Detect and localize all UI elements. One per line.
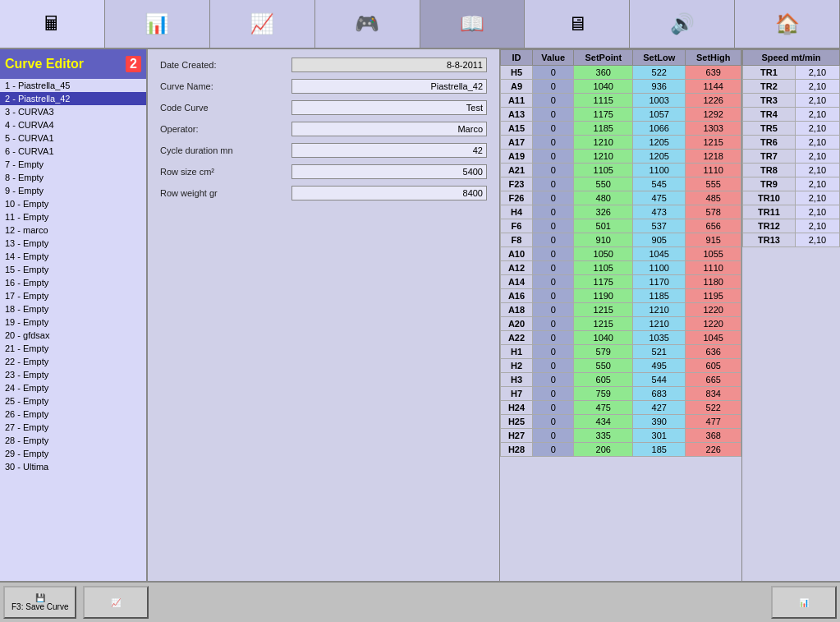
speed-row[interactable]: TR1 2,10	[743, 66, 840, 80]
table-row[interactable]: A12 0 1105 1100 1110	[501, 261, 741, 275]
cell-value[interactable]: 0	[533, 415, 574, 429]
cell-value[interactable]: 0	[533, 150, 574, 164]
table-row[interactable]: A22 0 1040 1035 1045	[501, 331, 741, 345]
table-row[interactable]: A10 0 1050 1045 1055	[501, 247, 741, 261]
cell-sethigh[interactable]: 522	[686, 401, 741, 415]
cell-sethigh[interactable]: 226	[686, 443, 741, 457]
speed-row[interactable]: TR13 2,10	[743, 233, 840, 247]
cell-speed[interactable]: 2,10	[795, 136, 839, 150]
cell-sethigh[interactable]: 485	[686, 191, 741, 205]
cell-value[interactable]: 0	[533, 66, 574, 80]
cell-value[interactable]: 0	[533, 303, 574, 317]
speed-row[interactable]: TR7 2,10	[743, 150, 840, 164]
sidebar-item-26[interactable]: 26 - Empty	[0, 408, 146, 421]
sidebar-item-25[interactable]: 25 - Empty	[0, 394, 146, 408]
table-row[interactable]: H25 0 434 390 477	[501, 415, 741, 429]
cell-value[interactable]: 0	[533, 331, 574, 345]
table-row[interactable]: H1 0 579 521 636	[501, 345, 741, 359]
cell-sethigh[interactable]: 665	[686, 373, 741, 387]
cell-value[interactable]: 0	[533, 177, 574, 191]
speed-row[interactable]: TR4 2,10	[743, 108, 840, 122]
table-row[interactable]: F26 0 480 475 485	[501, 191, 741, 205]
table-row[interactable]: H3 0 605 544 665	[501, 373, 741, 387]
cell-setlow[interactable]: 1205	[633, 136, 686, 150]
cell-sethigh[interactable]: 1110	[686, 261, 741, 275]
table-row[interactable]: F8 0 910 905 915	[501, 233, 741, 247]
cell-setlow[interactable]: 1003	[633, 94, 686, 108]
cell-sethigh[interactable]: 578	[686, 205, 741, 219]
cell-value[interactable]: 0	[533, 108, 574, 122]
cell-sethigh[interactable]: 1303	[686, 122, 741, 136]
cell-setlow[interactable]: 1100	[633, 261, 686, 275]
sidebar-item-30[interactable]: 30 - Ultima	[0, 460, 146, 473]
table-row[interactable]: A20 0 1215 1210 1220	[501, 317, 741, 331]
cell-sethigh[interactable]: 368	[686, 429, 741, 443]
right-button[interactable]: 📊	[771, 586, 837, 619]
cell-setlow[interactable]: 1185	[633, 289, 686, 303]
cell-setpoint[interactable]: 910	[574, 233, 633, 247]
cell-setlow[interactable]: 1066	[633, 122, 686, 136]
operator-input[interactable]	[291, 122, 487, 136]
cell-value[interactable]: 0	[533, 136, 574, 150]
cell-value[interactable]: 0	[533, 345, 574, 359]
cell-setpoint[interactable]: 1210	[574, 150, 633, 164]
sidebar-item-20[interactable]: 20 - gfdsax	[0, 329, 146, 342]
cell-setpoint[interactable]: 759	[574, 387, 633, 401]
cell-value[interactable]: 0	[533, 94, 574, 108]
cell-setpoint[interactable]: 550	[574, 177, 633, 191]
cell-setpoint[interactable]: 1115	[574, 94, 633, 108]
sidebar-item-6[interactable]: 6 - CURVA1	[0, 145, 146, 158]
sidebar-item-10[interactable]: 10 - Empty	[0, 197, 146, 210]
table-row[interactable]: A9 0 1040 936 1144	[501, 80, 741, 94]
cell-sethigh[interactable]: 636	[686, 345, 741, 359]
speed-row[interactable]: TR2 2,10	[743, 80, 840, 94]
table-row[interactable]: H4 0 326 473 578	[501, 205, 741, 219]
table-row[interactable]: H2 0 550 495 605	[501, 359, 741, 373]
table-row[interactable]: A13 0 1175 1057 1292	[501, 108, 741, 122]
cell-setlow[interactable]: 390	[633, 415, 686, 429]
table-row[interactable]: A17 0 1210 1205 1215	[501, 136, 741, 150]
cell-setpoint[interactable]: 579	[574, 345, 633, 359]
cell-value[interactable]: 0	[533, 247, 574, 261]
cell-setpoint[interactable]: 1040	[574, 331, 633, 345]
cell-speed[interactable]: 2,10	[795, 150, 839, 164]
cell-setpoint[interactable]: 335	[574, 429, 633, 443]
sidebar-item-27[interactable]: 27 - Empty	[0, 421, 146, 434]
cell-sethigh[interactable]: 1055	[686, 247, 741, 261]
cell-value[interactable]: 0	[533, 401, 574, 415]
cell-setlow[interactable]: 905	[633, 233, 686, 247]
toolbar-btn-speaker[interactable]: 🔊	[630, 0, 735, 48]
cell-setpoint[interactable]: 1210	[574, 136, 633, 150]
sidebar-item-16[interactable]: 16 - Empty	[0, 276, 146, 289]
cell-value[interactable]: 0	[533, 443, 574, 457]
cell-sethigh[interactable]: 1180	[686, 275, 741, 289]
table-row[interactable]: A21 0 1105 1100 1110	[501, 164, 741, 177]
cell-speed[interactable]: 2,10	[795, 122, 839, 136]
cell-sethigh[interactable]: 605	[686, 359, 741, 373]
cell-value[interactable]: 0	[533, 359, 574, 373]
table-row[interactable]: H5 0 360 522 639	[501, 66, 741, 80]
cell-setpoint[interactable]: 1185	[574, 122, 633, 136]
cell-setpoint[interactable]: 360	[574, 66, 633, 80]
sidebar-item-5[interactable]: 5 - CURVA1	[0, 131, 146, 145]
cell-speed[interactable]: 2,10	[795, 94, 839, 108]
sidebar-item-7[interactable]: 7 - Empty	[0, 158, 146, 171]
table-row[interactable]: A15 0 1185 1066 1303	[501, 122, 741, 136]
cell-sethigh[interactable]: 1292	[686, 108, 741, 122]
cell-setlow[interactable]: 1035	[633, 331, 686, 345]
cell-setpoint[interactable]: 326	[574, 205, 633, 219]
cell-sethigh[interactable]: 1195	[686, 289, 741, 303]
code-curve-input[interactable]	[291, 100, 487, 115]
cell-sethigh[interactable]: 1045	[686, 331, 741, 345]
cell-sethigh[interactable]: 1110	[686, 164, 741, 177]
cell-setlow[interactable]: 537	[633, 219, 686, 233]
sidebar-item-21[interactable]: 21 - Empty	[0, 342, 146, 355]
cell-setlow[interactable]: 683	[633, 387, 686, 401]
cell-setpoint[interactable]: 605	[574, 373, 633, 387]
speed-row[interactable]: TR3 2,10	[743, 94, 840, 108]
sidebar-item-14[interactable]: 14 - Empty	[0, 250, 146, 263]
sidebar-item-17[interactable]: 17 - Empty	[0, 289, 146, 302]
speed-row[interactable]: TR8 2,10	[743, 164, 840, 177]
sidebar-item-24[interactable]: 24 - Empty	[0, 381, 146, 394]
cell-setlow[interactable]: 473	[633, 205, 686, 219]
